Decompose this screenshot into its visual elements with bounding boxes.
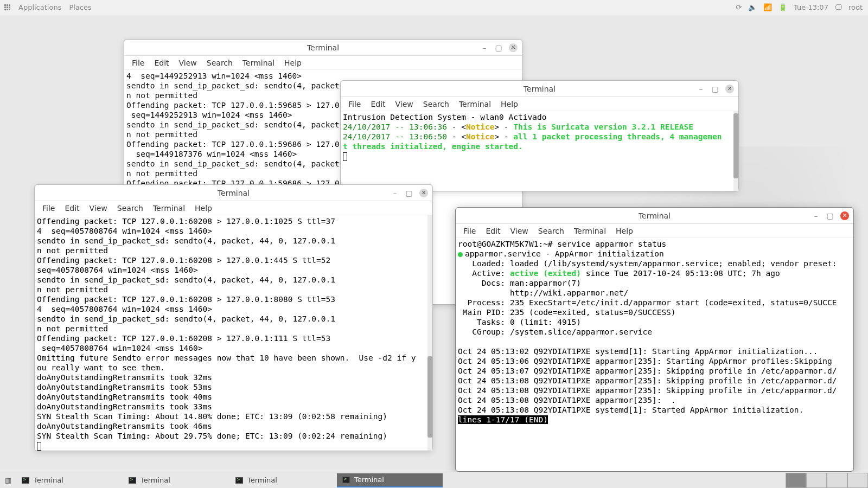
volume-icon[interactable]: 🔈: [748, 3, 757, 11]
menu-view[interactable]: View: [506, 226, 533, 236]
menu-edit[interactable]: Edit: [60, 203, 84, 214]
titlebar[interactable]: Terminal – ▢ ✕: [456, 208, 853, 224]
titlebar[interactable]: Terminal – ▢ ✕: [341, 81, 738, 97]
window-title: Terminal: [307, 43, 339, 52]
menu-help[interactable]: Help: [611, 226, 637, 236]
maximize-button[interactable]: ▢: [826, 212, 834, 220]
taskbar-item-active[interactable]: Terminal: [337, 473, 443, 487]
terminal-output[interactable]: root@GOAZKTM5K7W1:~# service apparmor st…: [456, 238, 853, 471]
window-title: Terminal: [218, 189, 250, 197]
workspace-3[interactable]: [827, 473, 847, 488]
pager-status: lines 1-17/17 (END): [458, 415, 548, 424]
menu-file[interactable]: File: [127, 57, 149, 68]
window-title: Terminal: [524, 85, 556, 93]
menubar: File Edit View Search Terminal Help: [341, 97, 738, 111]
cursor: [37, 442, 41, 451]
taskbar-item[interactable]: Terminal: [123, 473, 229, 487]
maximize-button[interactable]: ▢: [495, 44, 502, 52]
menubar: File Edit View Search Terminal Help: [35, 201, 432, 215]
menu-terminal[interactable]: Terminal: [570, 226, 610, 236]
menu-help[interactable]: Help: [496, 99, 522, 110]
menu-help[interactable]: Help: [190, 203, 216, 214]
taskbar-item[interactable]: Terminal: [230, 473, 336, 487]
terminal-output[interactable]: Intrusion Detection System - wlan0 Activ…: [341, 111, 738, 191]
apps-grid-icon[interactable]: [4, 4, 11, 11]
menu-edit[interactable]: Edit: [366, 99, 390, 110]
monitor-icon[interactable]: 🖵: [835, 3, 842, 11]
minimize-button[interactable]: –: [697, 85, 705, 93]
terminal-output[interactable]: Offending packet: TCP 127.0.0.1:60208 > …: [35, 215, 432, 451]
battery-icon[interactable]: 🔋: [778, 3, 787, 11]
menu-file[interactable]: File: [344, 99, 365, 110]
menu-help[interactable]: Help: [280, 57, 306, 68]
maximize-button[interactable]: ▢: [405, 189, 413, 197]
workspace-1[interactable]: [786, 473, 806, 488]
terminal-window-4[interactable]: Terminal – ▢ ✕ File Edit View Search Ter…: [455, 207, 854, 472]
minimize-button[interactable]: –: [481, 44, 488, 52]
menu-search[interactable]: Search: [534, 226, 569, 236]
menu-view[interactable]: View: [391, 99, 418, 110]
menu-edit[interactable]: Edit: [481, 226, 505, 236]
workspace-4[interactable]: [847, 473, 868, 488]
menu-search[interactable]: Search: [202, 57, 237, 68]
menu-terminal[interactable]: Terminal: [149, 203, 189, 214]
top-panel: Applications Places ⟳ 🔈 📶 🔋 Tue 13:07 🖵 …: [0, 0, 868, 15]
applications-menu[interactable]: Applications: [18, 3, 61, 11]
menu-edit[interactable]: Edit: [150, 57, 173, 68]
network-icon[interactable]: 📶: [763, 3, 772, 11]
window-title: Terminal: [639, 211, 671, 220]
close-button[interactable]: ✕: [509, 43, 518, 52]
terminal-icon: [22, 477, 29, 484]
terminal-window-3[interactable]: Terminal – ▢ ✕ File Edit View Search Ter…: [34, 184, 433, 451]
show-desktop-button[interactable]: ▥: [0, 472, 16, 489]
menu-view[interactable]: View: [175, 57, 201, 68]
user-menu[interactable]: root: [848, 3, 863, 11]
clock[interactable]: Tue 13:07: [794, 3, 828, 11]
workspace-2[interactable]: [806, 473, 827, 488]
minimize-button[interactable]: –: [391, 189, 399, 197]
close-button[interactable]: ✕: [840, 211, 849, 220]
close-button[interactable]: ✕: [725, 85, 734, 93]
minimize-button[interactable]: –: [812, 212, 820, 220]
menubar: File Edit View Search Terminal Help: [124, 56, 522, 70]
menu-terminal[interactable]: Terminal: [238, 57, 279, 68]
menu-search[interactable]: Search: [419, 99, 454, 110]
menubar: File Edit View Search Terminal Help: [456, 224, 853, 238]
maximize-button[interactable]: ▢: [711, 85, 719, 93]
updates-icon[interactable]: ⟳: [736, 3, 742, 11]
terminal-window-2[interactable]: Terminal – ▢ ✕ File Edit View Search Ter…: [340, 80, 739, 191]
terminal-icon: [342, 477, 350, 483]
terminal-icon: [129, 477, 136, 484]
command: service apparmor status: [557, 240, 666, 248]
workspace-switcher[interactable]: [786, 473, 868, 488]
bottom-panel: ▥ Terminal Terminal Terminal Terminal: [0, 472, 868, 488]
close-button[interactable]: ✕: [419, 189, 428, 197]
scrollbar[interactable]: [427, 215, 432, 451]
menu-view[interactable]: View: [85, 203, 112, 214]
places-menu[interactable]: Places: [69, 3, 91, 11]
menu-search[interactable]: Search: [113, 203, 148, 214]
menu-file[interactable]: File: [38, 203, 59, 214]
menu-file[interactable]: File: [459, 226, 480, 236]
titlebar[interactable]: Terminal – ▢ ✕: [124, 40, 522, 56]
terminal-icon: [235, 477, 243, 484]
scrollbar[interactable]: [733, 111, 738, 191]
menu-terminal[interactable]: Terminal: [455, 99, 495, 110]
taskbar-item[interactable]: Terminal: [16, 473, 122, 487]
prompt: root@GOAZKTM5K7W1:~#: [458, 240, 557, 248]
titlebar[interactable]: Terminal – ▢ ✕: [35, 185, 432, 201]
status-dot-icon: [458, 252, 463, 257]
cursor: [343, 152, 347, 161]
